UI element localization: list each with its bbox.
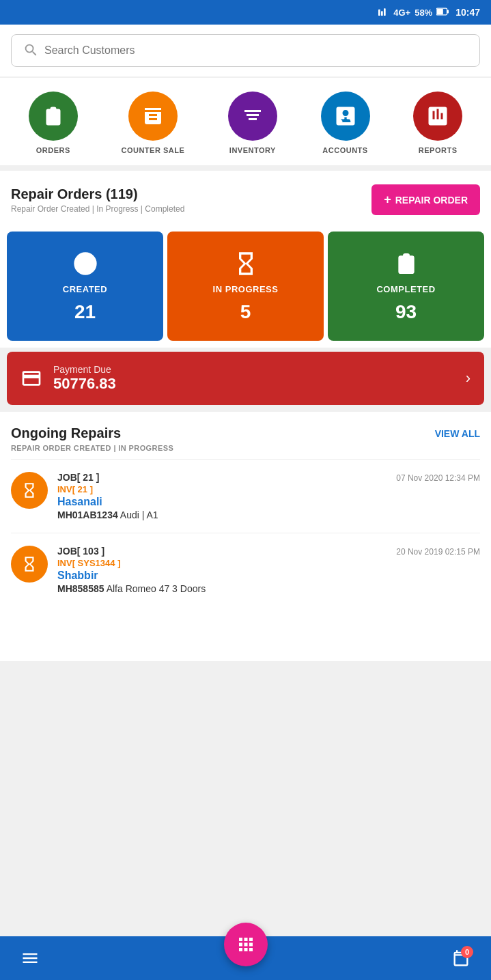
stat-card-in-progress[interactable]: IN PROGRESS 5 <box>167 232 324 341</box>
nav-item-reports[interactable]: REPORTS <box>413 92 462 154</box>
job-1-number: JOB[ 103 ] <box>57 546 387 557</box>
battery-text: 58% <box>415 8 432 18</box>
stat-card-created[interactable]: CREATED 21 <box>7 232 163 341</box>
ongoing-header: Ongoing Repairs VIEW ALL <box>11 425 480 441</box>
calendar-badge: 0 <box>461 946 473 958</box>
status-bar: 4G+ 58% 10:47 <box>0 0 491 25</box>
created-count: 21 <box>74 301 96 323</box>
inventory-icon-circle <box>228 92 277 141</box>
job-1-details: JOB[ 103 ] INV[ SYS1344 ] Shabbir MH8585… <box>57 546 387 594</box>
job-0-datetime: 07 Nov 2020 12:34 PM <box>396 473 480 483</box>
payment-due-card[interactable]: Payment Due 50776.83 › <box>7 352 484 405</box>
job-1-datetime: 20 Nov 2019 02:15 PM <box>396 547 480 557</box>
card-icon <box>20 367 42 389</box>
job-1-reg: MH858585 <box>57 583 104 594</box>
svg-rect-0 <box>378 9 380 15</box>
job-1-vehicle: MH858585 Alfa Romeo 47 3 Doors <box>57 583 387 594</box>
network-icon <box>378 7 389 18</box>
search-container <box>0 25 491 76</box>
repair-order-btn-label: REPAIR ORDER <box>395 195 468 206</box>
repair-orders-header: Repair Orders (119) Repair Order Created… <box>0 171 491 225</box>
accounts-icon-circle <box>321 92 370 141</box>
payment-due-label: Payment Due <box>53 364 116 375</box>
svg-rect-4 <box>447 10 449 13</box>
job-1-inv: INV[ SYS1344 ] <box>57 558 387 568</box>
view-all-button[interactable]: VIEW ALL <box>435 428 480 439</box>
clock-icon <box>72 250 99 277</box>
job-0-vehicle: MH01AB1234 Audi | A1 <box>57 509 387 520</box>
payment-text: Payment Due 50776.83 <box>53 364 116 393</box>
signal-text: 4G+ <box>393 8 410 18</box>
job-1-status-icon <box>11 546 48 583</box>
in-progress-count: 5 <box>240 301 251 323</box>
stat-card-completed[interactable]: COMPLETED 93 <box>328 232 484 341</box>
check-clipboard-icon <box>393 250 420 277</box>
reports-icon-circle <box>413 92 462 141</box>
job-1-customer: Shabbir <box>57 570 387 582</box>
battery-icon <box>436 8 449 18</box>
ongoing-repairs-title: Ongoing Repairs <box>11 425 121 441</box>
ongoing-repairs-section: Ongoing Repairs VIEW ALL REPAIR ORDER CR… <box>0 412 491 661</box>
reports-label: REPORTS <box>419 146 458 154</box>
counter-sale-label: COUNTER SALE <box>121 146 184 154</box>
nav-item-inventory[interactable]: INVENTORY <box>228 92 277 154</box>
completed-label: COMPLETED <box>376 284 435 294</box>
payment-chevron-right-icon: › <box>466 369 471 387</box>
apps-icon <box>236 934 256 955</box>
hourglass-small-icon <box>20 481 38 499</box>
job-0-status-icon <box>11 472 48 509</box>
job-1-vehicle-name: Alfa Romeo 47 3 Doors <box>107 583 206 594</box>
job-0-reg: MH01AB1234 <box>57 509 118 520</box>
search-box[interactable] <box>11 34 480 67</box>
repair-orders-info: Repair Orders (119) Repair Order Created… <box>11 186 184 214</box>
in-progress-label: IN PROGRESS <box>213 284 279 294</box>
payment-left: Payment Due 50776.83 <box>20 364 116 393</box>
counter-sale-icon-circle <box>128 92 178 141</box>
svg-rect-8 <box>337 120 343 122</box>
svg-rect-2 <box>384 8 386 16</box>
job-0-customer: Hasanali <box>57 496 387 508</box>
svg-rect-1 <box>381 11 383 16</box>
job-0-details: JOB[ 21 ] INV[ 21 ] Hasanali MH01AB1234 … <box>57 472 387 520</box>
search-input[interactable] <box>44 44 468 57</box>
nav-item-accounts[interactable]: ACCOUNTS <box>321 92 370 154</box>
job-0-number: JOB[ 21 ] <box>57 472 387 483</box>
nav-item-counter-sale[interactable]: COUNTER SALE <box>121 92 184 154</box>
nav-item-orders[interactable]: ORDERS <box>29 92 78 154</box>
created-label: CREATED <box>63 284 107 294</box>
stats-row: CREATED 21 IN PROGRESS 5 COMPLETED 93 <box>0 225 491 348</box>
hamburger-menu-icon <box>20 949 40 968</box>
ongoing-subtitle: REPAIR ORDER CREATED | IN PROGRESS <box>11 444 480 452</box>
svg-rect-6 <box>337 117 345 120</box>
payment-amount: 50776.83 <box>53 375 116 393</box>
inventory-label: INVENTORY <box>229 146 276 154</box>
job-0-vehicle-name: Audi | A1 <box>120 509 158 520</box>
search-icon <box>23 42 38 59</box>
menu-button[interactable] <box>20 949 40 968</box>
job-item-1[interactable]: JOB[ 103 ] INV[ SYS1344 ] Shabbir MH8585… <box>11 533 480 606</box>
nav-icons-row: ORDERS COUNTER SALE INVENTORY ACCOUNTS R… <box>0 78 491 165</box>
svg-rect-5 <box>437 8 443 14</box>
orders-icon-circle <box>29 92 78 141</box>
hourglass-small-icon-2 <box>20 555 38 573</box>
svg-rect-7 <box>346 117 354 120</box>
orders-label: ORDERS <box>36 146 70 154</box>
job-item-0[interactable]: JOB[ 21 ] INV[ 21 ] Hasanali MH01AB1234 … <box>11 459 480 533</box>
calendar-button[interactable]: 0 <box>451 949 471 968</box>
repair-orders-title: Repair Orders (119) <box>11 186 184 202</box>
add-repair-order-button[interactable]: + REPAIR ORDER <box>371 184 480 215</box>
status-icons: 4G+ 58% 10:47 <box>378 7 480 18</box>
completed-count: 93 <box>395 301 417 323</box>
plus-icon: + <box>384 193 391 207</box>
fab-button[interactable] <box>224 923 268 966</box>
hourglass-icon <box>232 250 259 277</box>
repair-orders-subtitle: Repair Order Created | In Progress | Com… <box>11 204 184 214</box>
job-0-inv: INV[ 21 ] <box>57 484 387 494</box>
accounts-label: ACCOUNTS <box>322 146 367 154</box>
time: 10:47 <box>455 7 480 18</box>
